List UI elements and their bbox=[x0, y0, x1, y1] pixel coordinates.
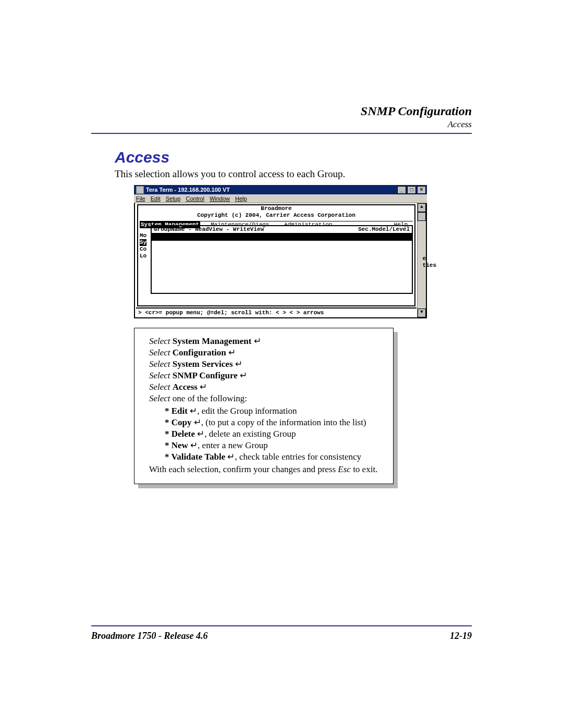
opt-validate: Validate Table ↵, check table entries fo… bbox=[165, 451, 384, 463]
footer-rule bbox=[91, 625, 472, 626]
step-snmp: Select SNMP Configure ↵ bbox=[149, 370, 384, 381]
step-access: Select Access ↵ bbox=[149, 381, 384, 393]
tui-status-line: > <cr>= popup menu; @=del; scroll with: … bbox=[136, 307, 417, 316]
tui-list-header: GroupName - ReadView - WriteView Sec.Mod… bbox=[152, 226, 412, 234]
step-sysserv: Select System Services ↵ bbox=[149, 359, 384, 370]
list-header-left: GroupName - ReadView - WriteView bbox=[154, 226, 264, 233]
menu-edit: Edit bbox=[151, 195, 161, 202]
instruction-box: Select System Management ↵ Select Config… bbox=[134, 328, 394, 484]
app-menubar[interactable]: File Edit Setup Control Window Help bbox=[134, 194, 427, 203]
menu-setup: Setup bbox=[166, 195, 181, 202]
confirm-line: With each selection, confirm your change… bbox=[149, 464, 384, 475]
window-titlebar[interactable]: Tera Term - 192.168.200.100 VT _ □ × bbox=[134, 185, 427, 194]
close-button[interactable]: × bbox=[417, 186, 426, 194]
opt-delete: Delete ↵, delete an existing Group bbox=[165, 428, 384, 440]
app-icon bbox=[136, 186, 144, 194]
tui-list-selection[interactable] bbox=[152, 234, 412, 241]
menu-control: Control bbox=[186, 195, 204, 202]
header-rule bbox=[91, 133, 472, 134]
window-title: Tera Term - 192.168.200.100 VT bbox=[146, 187, 230, 193]
banner-line2: Copyright (c) 2004, Carrier Access Corpo… bbox=[140, 212, 413, 219]
menu-help: Help bbox=[235, 195, 247, 202]
opt-new: New ↵, enter a new Group bbox=[165, 440, 384, 451]
maximize-button[interactable]: □ bbox=[407, 186, 416, 194]
page-header: SNMP Configuration Access bbox=[91, 104, 472, 130]
footer-left: Broadmore 1750 - Release 4.6 bbox=[91, 631, 207, 641]
tui-list-frame: GroupName - ReadView - WriteView Sec.Mod… bbox=[151, 225, 413, 294]
tui-right-fragment: e ties bbox=[423, 255, 436, 269]
minimize-button[interactable]: _ bbox=[397, 186, 406, 194]
page-footer: Broadmore 1750 - Release 4.6 12-19 bbox=[91, 631, 472, 641]
scroll-thumb[interactable] bbox=[418, 212, 426, 221]
section-intro: This selection allows you to control acc… bbox=[115, 168, 472, 180]
header-title: SNMP Configuration bbox=[91, 104, 472, 118]
menu-file: File bbox=[136, 195, 145, 202]
scroll-up-icon[interactable]: ▲ bbox=[418, 203, 426, 212]
terminal-frame: Broadmore Copyright (c) 2004, Carrier Ac… bbox=[137, 204, 415, 306]
scroll-down-icon[interactable]: ▼ bbox=[418, 309, 426, 317]
terminal-window: Tera Term - 192.168.200.100 VT _ □ × Fil… bbox=[134, 185, 427, 318]
page-content: SNMP Configuration Access Access This se… bbox=[91, 78, 472, 665]
opt-edit: Edit ↵, edit the Group information bbox=[165, 405, 384, 417]
option-list: Edit ↵, edit the Group information Copy … bbox=[149, 405, 384, 463]
footer-right: 12-19 bbox=[450, 631, 472, 641]
banner-line1: Broadmore bbox=[140, 205, 413, 212]
step-sysmgmt: Select System Management ↵ bbox=[149, 336, 384, 347]
menu-window: Window bbox=[210, 195, 230, 202]
terminal-client: ▲ ▼ Broadmore Copyright (c) 2004, Carrie… bbox=[134, 203, 427, 318]
list-header-right: Sec.Model/Level bbox=[358, 226, 410, 233]
section-heading: Access bbox=[115, 149, 472, 166]
step-config: Select Configuration ↵ bbox=[149, 347, 384, 359]
opt-copy: Copy ↵, (to put a copy of the informatio… bbox=[165, 417, 384, 428]
header-subtitle: Access bbox=[91, 119, 472, 130]
step-oneof: Select one of the following: bbox=[149, 393, 384, 404]
tui-side-column: Mo Sy Co Lo bbox=[140, 232, 146, 260]
